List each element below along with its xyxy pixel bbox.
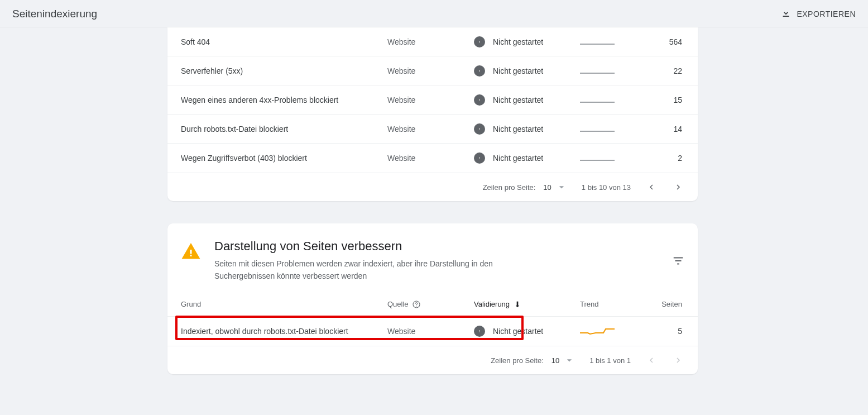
trend-sparkline: [580, 96, 618, 104]
col-trend-header[interactable]: Trend: [580, 300, 636, 308]
col-reason-header[interactable]: Grund: [181, 300, 387, 308]
next-page-button[interactable]: [672, 181, 684, 193]
row-validation-text: Nicht gestartet: [493, 96, 543, 104]
row-validation: Nicht gestartet: [474, 65, 580, 77]
warning-icon: [181, 241, 201, 261]
row-trend: [580, 327, 636, 336]
rows-per-page-label: Zeilen pro Seite:: [483, 183, 536, 192]
dropdown-icon: [556, 182, 567, 193]
rows-per-page-value: 10: [543, 183, 551, 192]
prev-page-button[interactable]: [645, 181, 658, 193]
col-source-header[interactable]: Quelle: [387, 300, 474, 309]
status-not-started-icon: [474, 36, 485, 47]
table-row[interactable]: Wegen eines anderen 4xx-Problems blockie…: [167, 85, 698, 115]
table-row[interactable]: Serverfehler (5xx) Website Nicht gestart…: [167, 56, 698, 85]
trend-sparkline: [580, 154, 618, 162]
rows-per-page-select[interactable]: 10: [543, 182, 567, 193]
row-source: Website: [387, 125, 474, 133]
pagination-range: 1 bis 1 von 1: [589, 356, 631, 365]
export-label: EXPORTIEREN: [797, 9, 856, 18]
improve-columns-header: Grund Quelle Validierung Trend Seiten: [167, 292, 698, 317]
status-not-started-icon: [474, 94, 485, 106]
filter-icon[interactable]: [672, 255, 684, 267]
help-icon[interactable]: [412, 300, 421, 309]
row-pages: 14: [636, 125, 684, 133]
dropdown-icon: [564, 355, 575, 366]
row-source: Website: [387, 66, 474, 75]
row-trend: [580, 154, 636, 162]
row-validation: Nicht gestartet: [474, 326, 580, 337]
row-trend: [580, 96, 636, 104]
col-pages-header[interactable]: Seiten: [636, 300, 684, 308]
rows-per-page-select[interactable]: 10: [552, 355, 575, 366]
improve-card-title: Darstellung von Seiten verbessern: [214, 239, 659, 254]
trend-sparkline: [580, 327, 618, 336]
row-trend: [580, 67, 636, 75]
row-trend: [580, 38, 636, 46]
page-title: Seitenindexierung: [12, 8, 97, 20]
row-reason: Wegen eines anderen 4xx-Problems blockie…: [181, 96, 387, 104]
export-button[interactable]: EXPORTIEREN: [781, 8, 856, 20]
row-validation-text: Nicht gestartet: [493, 327, 543, 336]
issues-card: Soft 404 Website Nicht gestartet 564 Ser…: [167, 27, 698, 201]
row-pages: 15: [636, 96, 684, 104]
table-row[interactable]: Wegen Zugriffsverbot (403) blockiert Web…: [167, 144, 698, 173]
trend-sparkline: [580, 67, 618, 75]
topbar: Seitenindexierung EXPORTIEREN: [0, 0, 868, 27]
row-trend: [580, 125, 636, 133]
table-row[interactable]: Indexiert, obwohl durch robots.txt-Datei…: [167, 317, 698, 346]
issues-pagination: Zeilen pro Seite: 10 1 bis 10 von 13: [167, 173, 698, 201]
row-source: Website: [387, 96, 474, 104]
row-reason: Soft 404: [181, 37, 387, 46]
download-icon: [781, 8, 791, 20]
row-reason: Indexiert, obwohl durch robots.txt-Datei…: [181, 327, 387, 336]
row-validation: Nicht gestartet: [474, 36, 580, 47]
table-row[interactable]: Durch robots.txt-Datei blockiert Website…: [167, 115, 698, 144]
table-row[interactable]: Soft 404 Website Nicht gestartet 564: [167, 27, 698, 56]
status-not-started-icon: [474, 65, 485, 77]
row-source: Website: [387, 327, 474, 336]
row-validation: Nicht gestartet: [474, 123, 580, 135]
rows-per-page-value: 10: [552, 356, 559, 365]
row-reason: Wegen Zugriffsverbot (403) blockiert: [181, 154, 387, 163]
row-pages: 564: [636, 37, 684, 46]
col-validation-header[interactable]: Validierung: [474, 300, 580, 309]
improve-pagination: Zeilen pro Seite: 10 1 bis 1 von 1: [167, 346, 698, 374]
prev-page-button: [645, 354, 658, 366]
row-pages: 5: [636, 327, 684, 336]
trend-sparkline: [580, 125, 618, 133]
improve-card: Darstellung von Seiten verbessern Seiten…: [167, 223, 698, 374]
improve-card-subtitle: Seiten mit diesen Problemen werden zwar …: [214, 258, 527, 282]
pagination-range: 1 bis 10 von 13: [582, 183, 631, 192]
status-not-started-icon: [474, 152, 485, 164]
row-source: Website: [387, 37, 474, 46]
row-validation: Nicht gestartet: [474, 94, 580, 106]
next-page-button: [672, 354, 684, 366]
improve-card-header: Darstellung von Seiten verbessern Seiten…: [167, 223, 698, 292]
status-not-started-icon: [474, 123, 485, 135]
rows-per-page-label: Zeilen pro Seite:: [491, 356, 544, 365]
row-validation-text: Nicht gestartet: [493, 66, 543, 75]
trend-sparkline: [580, 38, 618, 46]
status-not-started-icon: [474, 326, 485, 337]
row-source: Website: [387, 154, 474, 163]
row-validation-text: Nicht gestartet: [493, 125, 543, 133]
row-pages: 22: [636, 66, 684, 75]
row-validation-text: Nicht gestartet: [493, 154, 543, 163]
row-reason: Serverfehler (5xx): [181, 66, 387, 75]
row-pages: 2: [636, 154, 684, 163]
sort-desc-icon: [513, 300, 522, 309]
row-validation-text: Nicht gestartet: [493, 37, 543, 46]
row-validation: Nicht gestartet: [474, 152, 580, 164]
row-reason: Durch robots.txt-Datei blockiert: [181, 125, 387, 133]
